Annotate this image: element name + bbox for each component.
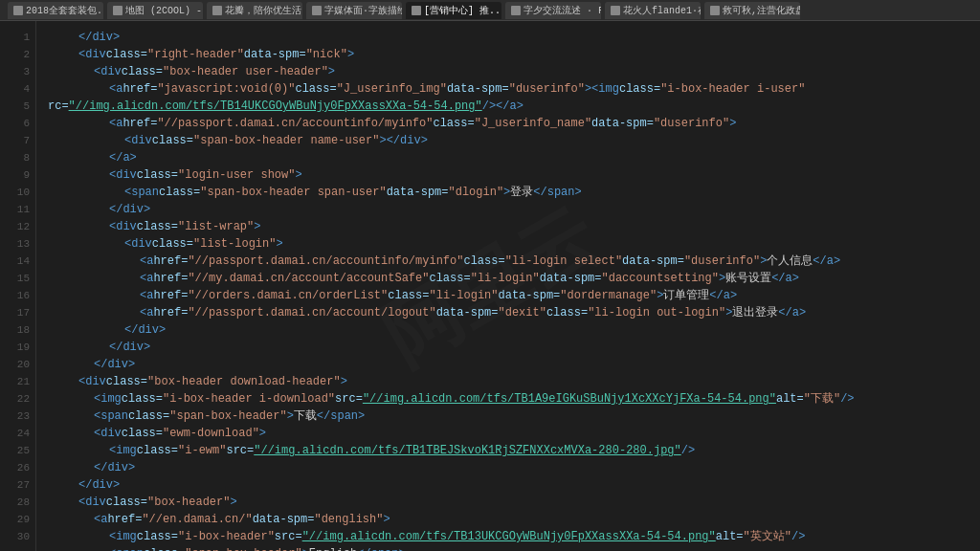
code-line-10: <span class= "span-box-header span-user"… — [48, 184, 980, 201]
ln-6: 6 — [0, 115, 30, 132]
ln-30: 30 — [0, 528, 30, 545]
ln-4: 4 — [0, 80, 30, 98]
ln-25: 25 — [0, 442, 30, 459]
tab-1[interactable]: 2018全套套装包... — [8, 2, 103, 19]
ln-12: 12 — [0, 218, 30, 235]
code-line-19: </div> — [48, 339, 980, 356]
tab-4[interactable]: 字媒体面·字族描绘... — [306, 2, 402, 19]
code-line-5: rc= "//img.alicdn.com/tfs/TB14UKCGOyWBuN… — [48, 98, 980, 115]
favicon-1 — [13, 6, 23, 15]
tab-8-label: 救可秋,注营化政盘... — [723, 4, 800, 17]
tab-3[interactable]: 花瓣，陪你优生活... — [207, 2, 302, 19]
ln-5: 5 — [0, 98, 30, 115]
ln-9: 9 — [0, 166, 30, 184]
ln-28: 28 — [0, 494, 30, 511]
ln-20: 20 — [0, 356, 30, 373]
code-line-11: </div> — [48, 201, 980, 218]
code-line-28: <div class= "box-header" > — [48, 494, 980, 511]
code-line-2: <div class= "right-header" data-spm= "ni… — [48, 46, 980, 63]
ln-26: 26 — [0, 459, 30, 476]
ln-18: 18 — [0, 321, 30, 339]
favicon-5 — [412, 6, 421, 15]
code-line-21: <div class= "box-header download-header"… — [48, 373, 980, 390]
ln-23: 23 — [0, 408, 30, 425]
code-line-3: <div class= "box-header user-header" > — [48, 63, 980, 80]
ln-22: 22 — [0, 390, 30, 408]
ln-14: 14 — [0, 253, 30, 270]
favicon-6 — [511, 6, 521, 15]
code-line-29: <a href= "//en.damai.cn/" data-spm= "den… — [48, 511, 980, 528]
favicon-8 — [710, 6, 720, 15]
tab-6[interactable]: 字夕交流流述 · For... — [505, 2, 601, 19]
ln-3: 3 — [0, 63, 30, 80]
code-editor: 阿里云 1 2 3 4 5 6 7 8 9 10 11 12 13 14 15 … — [0, 21, 980, 551]
tab-5-label: [营销中心] 推... — [424, 4, 501, 17]
code-line-24: <div class= "ewm-download" > — [48, 425, 980, 442]
code-line-7: <div class= "span-box-header name-user" … — [48, 132, 980, 149]
favicon-7 — [611, 6, 620, 15]
ln-29: 29 — [0, 511, 30, 528]
code-line-25: <img class= "i-ewm" src= "//img.alicdn.c… — [48, 442, 980, 459]
code-line-4: <a href= "javascript:void(0)" class= "J_… — [48, 80, 980, 98]
ln-27: 27 — [0, 476, 30, 494]
code-line-31: <span class= "span-box-header" > English… — [48, 545, 980, 551]
ln-8: 8 — [0, 149, 30, 166]
code-line-1: </div> — [48, 29, 980, 46]
ln-15: 15 — [0, 270, 30, 287]
tab-1-label: 2018全套套装包... — [26, 4, 103, 17]
code-line-27: </div> — [48, 476, 980, 494]
favicon-3 — [212, 6, 222, 15]
ln-21: 21 — [0, 373, 30, 390]
code-line-26: </div> — [48, 459, 980, 476]
ln-7: 7 — [0, 132, 30, 149]
ln-24: 24 — [0, 425, 30, 442]
ln-1: 1 — [0, 29, 30, 46]
ln-17: 17 — [0, 304, 30, 321]
ln-16: 16 — [0, 287, 30, 304]
line-number-gutter: 1 2 3 4 5 6 7 8 9 10 11 12 13 14 15 16 1… — [0, 21, 36, 551]
code-line-17: <a href= "//passport.damai.cn/account/lo… — [48, 304, 980, 321]
tab-7[interactable]: 花火人flande1·在线... — [605, 2, 701, 19]
code-line-6: <a href= "//passport.damai.cn/accountinf… — [48, 115, 980, 132]
ln-19: 19 — [0, 339, 30, 356]
tab-7-label: 花火人flande1·在线... — [623, 4, 701, 17]
code-line-12: <div class= "list-wrap" > — [48, 218, 980, 235]
favicon-2 — [113, 6, 122, 15]
code-line-22: <img class= "i-box-header i-download" sr… — [48, 390, 980, 408]
code-line-9: <div class= "login-user show" > — [48, 166, 980, 184]
tab-bar[interactable]: 2018全套套装包... 地图 (2COOL) - 设... 花瓣，陪你优生活.… — [0, 0, 980, 21]
tab-6-label: 字夕交流流述 · For... — [523, 4, 601, 17]
code-line-16: <a href= "//orders.damai.cn/orderList" c… — [48, 287, 980, 304]
tab-2[interactable]: 地图 (2COOL) - 设... — [107, 2, 203, 19]
code-line-15: <a href= "//my.damai.cn/account/accountS… — [48, 270, 980, 287]
code-line-23: <span class= "span-box-header" > 下载 </sp… — [48, 408, 980, 425]
favicon-4 — [312, 6, 322, 15]
code-line-20: </div> — [48, 356, 980, 373]
code-body[interactable]: </div> <div class= "right-header" data-s… — [36, 21, 980, 551]
tab-5[interactable]: [营销中心] 推... — [406, 2, 501, 19]
code-line-14: <a href= "//passport.damai.cn/accountinf… — [48, 253, 980, 270]
browser-chrome: 2018全套套装包... 地图 (2COOL) - 设... 花瓣，陪你优生活.… — [0, 0, 980, 21]
tab-2-label: 地图 (2COOL) - 设... — [125, 4, 203, 17]
tag-close-1: </div> — [78, 29, 120, 46]
ln-13: 13 — [0, 235, 30, 253]
code-line-30: <img class= "i-box-header" src= "//img.a… — [48, 528, 980, 545]
code-line-8: </a> — [48, 149, 980, 166]
ln-2: 2 — [0, 46, 30, 63]
tab-3-label: 花瓣，陪你优生活... — [225, 4, 302, 17]
code-line-18: </div> — [48, 321, 980, 339]
code-line-13: <div class= "list-login" > — [48, 235, 980, 253]
ln-10: 10 — [0, 184, 30, 201]
tab-8[interactable]: 救可秋,注营化政盘... — [704, 2, 800, 19]
ln-11: 11 — [0, 201, 30, 218]
tab-4-label: 字媒体面·字族描绘... — [324, 4, 402, 17]
